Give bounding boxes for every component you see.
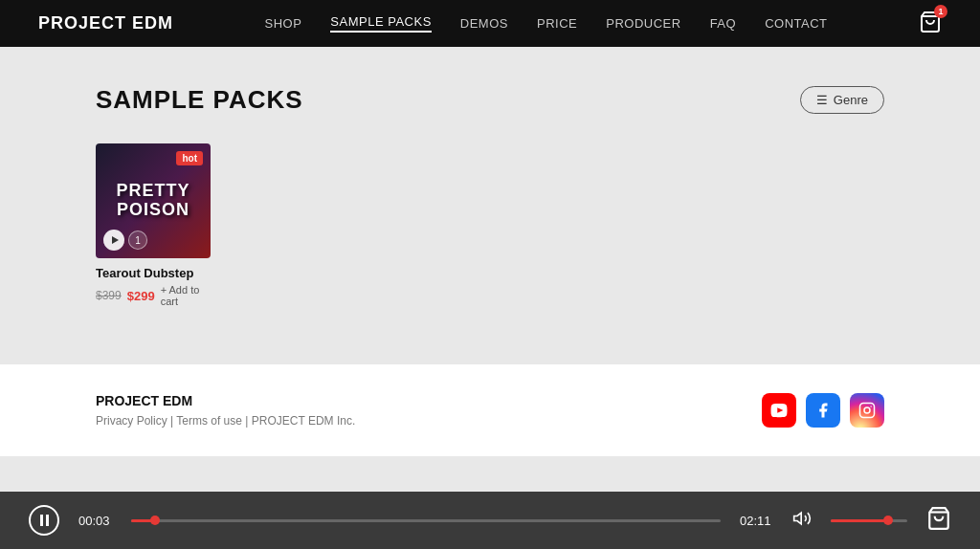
progress-dot [150,516,160,525]
play-triangle-icon [112,236,119,244]
price-old: $399 [96,289,122,302]
header: PROJECT EDM SHOP SAMPLE PACKS DEMOS PRIC… [0,0,980,47]
page-header: SAMPLE PACKS ☰ Genre [96,85,884,115]
filter-icon: ☰ [816,93,828,107]
player-cart-button[interactable] [926,506,951,535]
price-new: $299 [127,289,155,303]
hot-badge: hot [176,151,203,165]
privacy-policy-link[interactable]: Privacy Policy [96,414,167,428]
time-total: 02:11 [740,514,773,528]
footer-copyright: PROJECT EDM Inc. [252,414,355,428]
volume-track[interactable] [831,519,907,522]
header-cart-button[interactable]: 1 [919,11,942,37]
pause-bar-left [40,515,43,526]
site-logo: PROJECT EDM [38,13,173,33]
product-image: PRETTYPOISON hot 1 [96,143,211,258]
instagram-icon[interactable] [850,393,884,428]
svg-rect-1 [860,404,875,418]
play-overlay: 1 [103,230,147,251]
product-grid: PRETTYPOISON hot 1 Tearout Dubstep $399 … [96,143,884,307]
pause-bar-right [46,515,49,526]
volume-icon[interactable] [792,509,812,532]
pause-button[interactable] [29,505,59,536]
footer-links: Privacy Policy | Terms of use | PROJECT … [96,414,355,428]
product-card[interactable]: PRETTYPOISON hot 1 Tearout Dubstep $399 … [96,143,211,307]
product-pricing: $399 $299 + Add to cart [96,284,211,307]
genre-filter-button[interactable]: ☰ Genre [800,86,884,114]
product-play-button[interactable] [103,230,124,251]
cart-badge: 1 [934,5,947,18]
nav-demos[interactable]: DEMOS [460,16,508,31]
svg-point-3 [870,406,872,407]
main-content: SAMPLE PACKS ☰ Genre PRETTYPOISON hot 1 … [0,47,980,364]
footer-left: PROJECT EDM Privacy Policy | Terms of us… [96,393,355,428]
nav-shop[interactable]: SHOP [265,16,302,31]
nav-contact[interactable]: CONTACT [765,16,827,31]
footer-brand: PROJECT EDM [96,393,355,408]
player-cart-icon [926,506,951,531]
youtube-icon[interactable] [762,393,796,428]
add-to-cart-link[interactable]: + Add to cart [161,284,211,307]
facebook-icon[interactable] [806,393,840,428]
svg-marker-4 [794,513,802,524]
player-bar: 00:03 02:11 [0,492,980,549]
nav-sample-packs[interactable]: SAMPLE PACKS [330,14,431,33]
footer-social [762,393,884,428]
nav-faq[interactable]: FAQ [710,16,737,31]
svg-point-2 [864,407,870,413]
nav-producer[interactable]: PRODUCER [606,16,680,31]
nav-price[interactable]: PRICE [537,16,577,31]
progress-container[interactable] [131,519,721,522]
volume-fill [831,519,888,522]
footer: PROJECT EDM Privacy Policy | Terms of us… [0,364,980,456]
main-nav: SHOP SAMPLE PACKS DEMOS PRICE PRODUCER F… [265,14,828,33]
terms-of-use-link[interactable]: Terms of use [176,414,242,428]
product-image-text: PRETTYPOISON [116,182,189,220]
volume-container[interactable] [831,519,907,522]
time-current: 00:03 [78,514,112,528]
product-name: Tearout Dubstep [96,266,211,280]
track-count-badge: 1 [128,231,147,250]
pause-icon [40,515,49,526]
progress-track[interactable] [131,519,721,522]
volume-dot [883,516,893,525]
genre-button-label: Genre [834,93,868,107]
page-title: SAMPLE PACKS [96,85,303,115]
